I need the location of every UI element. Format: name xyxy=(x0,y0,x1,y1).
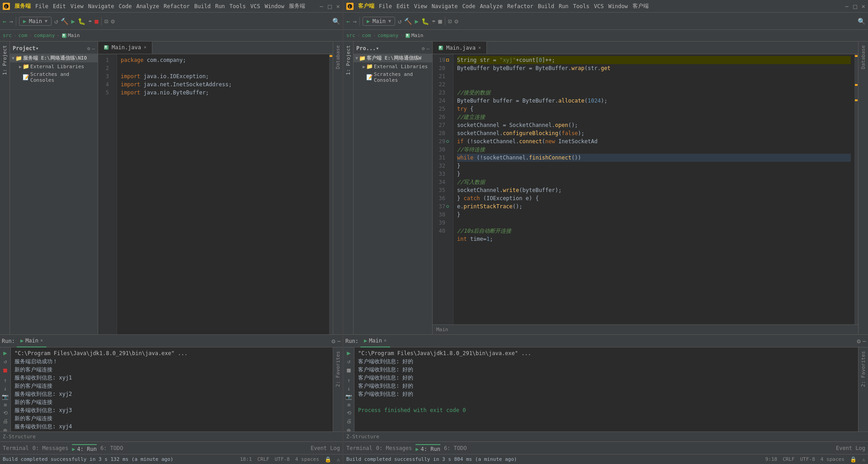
right-run-scroll-btn[interactable]: ≡ xyxy=(347,402,350,408)
left-sdk-icon[interactable]: ⊡ xyxy=(104,18,108,25)
right-breadcrumb-company[interactable]: company xyxy=(377,33,398,38)
left-run-camera-btn[interactable]: 📷 xyxy=(2,394,9,400)
right-menu-build[interactable]: Build xyxy=(538,3,554,9)
right-menu-edit[interactable]: Edit xyxy=(396,3,410,9)
left-fav-tab[interactable]: 2: Favorites xyxy=(335,351,341,387)
right-stop-icon[interactable]: ■ xyxy=(438,18,442,25)
left-event-log[interactable]: Event Log xyxy=(311,445,340,451)
left-coverage-icon[interactable]: ☂ xyxy=(88,18,92,25)
right-run-settings-icon[interactable]: ⚙ xyxy=(857,337,860,345)
right-run-rerun-btn[interactable]: ↺ xyxy=(347,358,350,365)
left-menu-tools[interactable]: Tools xyxy=(230,3,246,9)
right-search-icon[interactable]: 🔍 xyxy=(858,18,865,25)
right-build-icon[interactable]: 🔨 xyxy=(404,18,412,25)
left-menu-window[interactable]: Window xyxy=(264,3,284,9)
right-play-icon[interactable]: ▶ xyxy=(415,18,418,25)
left-run-print-btn[interactable]: 🖨 xyxy=(3,418,8,424)
right-menu-analyze[interactable]: Analyze xyxy=(480,3,503,9)
right-tree-scratches[interactable]: ▶ 📝 Scratches and Consoles xyxy=(354,70,432,84)
right-reload-icon[interactable]: ↺ xyxy=(398,18,401,25)
right-menu-code[interactable]: Code xyxy=(462,3,476,9)
left-project-label[interactable]: Project▾ xyxy=(13,45,39,52)
right-tree-root[interactable]: ▼ 📁 客户端 E:\网络通信练W xyxy=(354,54,432,62)
left-run-main-tab[interactable]: ▶ Main × xyxy=(17,335,47,347)
right-fav-tab[interactable]: 2: Favorites xyxy=(860,351,866,387)
left-run-play-btn[interactable]: ▶ xyxy=(3,349,7,356)
right-breadcrumb-src[interactable]: src xyxy=(346,33,355,38)
right-forward-icon[interactable]: → xyxy=(353,18,356,25)
right-tab-close[interactable]: × xyxy=(478,45,481,50)
left-run-scroll-btn[interactable]: ≡ xyxy=(4,402,7,408)
left-zstructure-tab[interactable]: Z-Structure xyxy=(3,434,36,440)
right-db-tab[interactable]: Database xyxy=(860,45,866,69)
left-code-lines[interactable]: package com.company; import java.io.IOEx… xyxy=(117,54,329,334)
right-code-lines[interactable]: String str = "xyj"+count[0]++; ByteBuffe… xyxy=(453,54,854,324)
right-main-tab[interactable]: M Main.java × xyxy=(433,42,487,54)
right-tree-ext-libs[interactable]: ▶ 📁 External Libraries xyxy=(354,62,432,70)
left-run-settings-icon[interactable]: ⚙ xyxy=(331,337,335,345)
left-forward-icon[interactable]: → xyxy=(9,18,13,25)
right-event-log[interactable]: Event Log xyxy=(836,445,865,451)
left-tree-collapse[interactable]: — xyxy=(92,46,95,52)
left-menu-build[interactable]: Build xyxy=(194,3,211,9)
left-run-stop-btn[interactable]: ■ xyxy=(3,366,7,374)
left-debug-icon[interactable]: 🐛 xyxy=(78,18,85,25)
left-close-btn[interactable]: × xyxy=(336,3,340,10)
right-minimize-btn[interactable]: − xyxy=(845,3,849,10)
left-run-trash-btn[interactable]: 🗑 xyxy=(3,428,8,431)
left-tree-root[interactable]: ▼ 📁 服务端 E:\网络通信练\NIO xyxy=(10,54,98,62)
right-tree-settings[interactable]: ⚙ xyxy=(422,46,425,52)
right-project-label[interactable]: Pro...▾ xyxy=(356,45,379,52)
right-tree-collapse[interactable]: — xyxy=(426,46,429,52)
left-menu-view[interactable]: View xyxy=(71,3,84,9)
right-menu-tools[interactable]: Tools xyxy=(573,3,590,9)
left-reload-icon[interactable]: ↺ xyxy=(54,18,58,25)
right-run-up-btn[interactable]: ↑ xyxy=(347,377,350,384)
right-code-scroll-bar[interactable]: Main xyxy=(433,324,858,334)
left-run-down-btn[interactable]: ↓ xyxy=(4,385,7,392)
left-run-rerun-btn[interactable]: ↺ xyxy=(4,358,7,365)
left-breadcrumb-com[interactable]: com xyxy=(19,33,28,38)
right-menu-vcs[interactable]: VCS xyxy=(594,3,604,9)
right-menu-client[interactable]: 客户端 xyxy=(632,2,649,10)
left-back-icon[interactable]: ← xyxy=(3,18,6,25)
left-play-icon[interactable]: ▶ xyxy=(71,18,75,25)
right-run-print-btn[interactable]: 🖨 xyxy=(346,418,352,424)
left-menu-file[interactable]: File xyxy=(35,3,48,9)
right-settings-icon[interactable]: ⚙ xyxy=(454,18,458,25)
right-close-btn[interactable]: × xyxy=(862,3,865,10)
right-run-play-btn[interactable]: ▶ xyxy=(347,349,350,356)
right-lock-icon[interactable]: 🔒 xyxy=(850,456,857,463)
left-bottom-terminal[interactable]: Terminal xyxy=(3,445,29,451)
right-run-config-dropdown[interactable]: ▶ Main ▼ xyxy=(363,17,395,26)
left-menu-services[interactable]: 服务端 xyxy=(289,2,305,10)
left-menu-vcs[interactable]: VCS xyxy=(250,3,260,9)
right-inspect-icon[interactable]: ⚠ xyxy=(862,456,865,463)
left-tab-close[interactable]: × xyxy=(144,45,146,50)
left-tree-scratches[interactable]: ▶ 📝 Scratches and Consoles xyxy=(10,70,98,84)
right-run-camera-btn[interactable]: 📷 xyxy=(345,394,352,400)
left-tree-ext-libs[interactable]: ▶ 📁 External Libraries xyxy=(10,62,98,70)
left-menu-code[interactable]: Code xyxy=(119,3,132,9)
right-menu-navigate[interactable]: Navigate xyxy=(432,3,458,9)
right-maximize-btn[interactable]: □ xyxy=(853,3,857,10)
right-menu-window[interactable]: Window xyxy=(608,3,627,9)
left-menu-analyze[interactable]: Analyze xyxy=(136,3,159,9)
left-run-minimize-icon[interactable]: − xyxy=(337,337,341,345)
left-breadcrumb-company[interactable]: company xyxy=(34,33,55,38)
right-vtab-project[interactable]: 1: Project xyxy=(345,45,351,75)
right-run-stop-btn[interactable]: ■ xyxy=(347,366,350,374)
left-breadcrumb-src[interactable]: src xyxy=(3,33,12,38)
left-stop-icon[interactable]: ■ xyxy=(94,18,98,25)
right-run-down-btn[interactable]: ↓ xyxy=(347,385,350,392)
left-inspect-icon[interactable]: ⚠ xyxy=(337,456,340,463)
left-minimize-btn[interactable]: − xyxy=(320,3,323,10)
left-run-wrap-btn[interactable]: ⟲ xyxy=(3,410,8,416)
right-back-icon[interactable]: ← xyxy=(346,18,350,25)
left-bottom-run[interactable]: ▶ 4: Run xyxy=(72,444,97,452)
right-bottom-terminal[interactable]: Terminal xyxy=(346,445,373,451)
left-settings-icon[interactable]: ⚙ xyxy=(111,18,114,25)
right-bottom-messages[interactable]: 0: Messages xyxy=(376,445,412,451)
right-run-main-tab[interactable]: ▶ Main × xyxy=(360,335,390,347)
left-menu-refactor[interactable]: Refactor xyxy=(164,3,190,9)
